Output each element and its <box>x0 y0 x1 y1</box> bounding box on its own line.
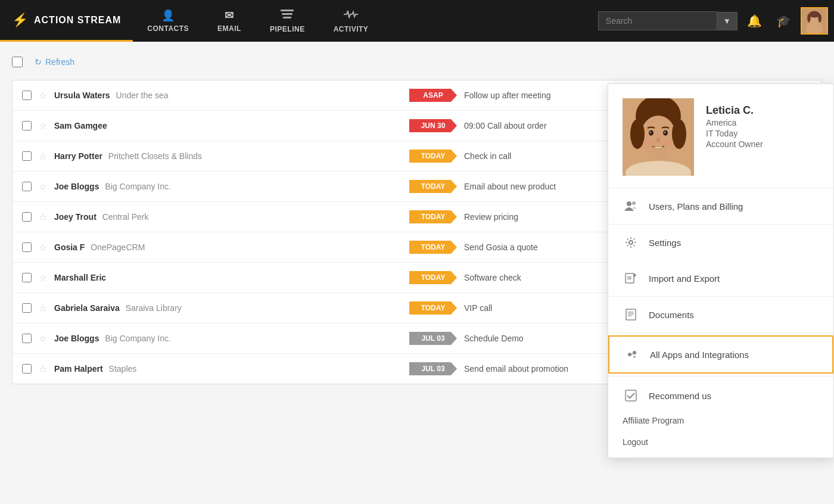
star-icon[interactable]: ☆ <box>39 151 47 162</box>
menu-item-recommend[interactable]: Recommend us <box>608 381 833 410</box>
search-input[interactable] <box>598 11 717 30</box>
row-checkbox[interactable] <box>22 91 32 100</box>
brand-name: ACTION STREAM <box>34 15 121 26</box>
star-icon[interactable]: ☆ <box>39 242 47 253</box>
menu-bottom-section: Recommend us Affiliate Program Logout <box>608 377 833 458</box>
gear-icon <box>623 234 639 251</box>
contact-name[interactable]: Joe Bloggs <box>54 182 99 191</box>
contact-company: Pritchett Closets & Blinds <box>108 151 202 161</box>
row-checkbox[interactable] <box>22 273 32 282</box>
svg-line-36 <box>631 354 633 354</box>
main-content: ↻ Refresh ☆ Ursula Waters Under the sea … <box>0 42 834 504</box>
user-company: IT Today <box>706 129 763 138</box>
nav-right: ▼ 🔔 🎓 <box>598 7 834 35</box>
contact-name[interactable]: Sam Gamgee <box>54 121 107 130</box>
top-navigation: ⚡ ACTION STREAM 👤 CONTACTS ✉ EMAIL PIPEL… <box>0 0 834 42</box>
nav-item-pipeline[interactable]: PIPELINE <box>256 0 319 42</box>
star-icon[interactable]: ☆ <box>39 333 47 344</box>
contact-name[interactable]: Pam Halpert <box>54 364 103 374</box>
user-avatar-button[interactable] <box>801 7 828 35</box>
menu-item-affiliate[interactable]: Affiliate Program <box>608 410 833 431</box>
row-checkbox[interactable] <box>22 121 32 130</box>
menu-primary-section: Users, Plans and Billing <box>608 188 833 225</box>
action-badge: TODAY <box>409 180 457 193</box>
user-dropdown-menu: Leticia C. America IT Today Account Owne… <box>608 83 834 458</box>
menu-item-import-export[interactable]: Import and Export <box>608 260 833 296</box>
brand-logo[interactable]: ⚡ ACTION STREAM <box>0 0 133 42</box>
action-badge: TODAY <box>409 210 457 223</box>
contacts-label: CONTACTS <box>147 24 189 33</box>
contact-name[interactable]: Gosia F <box>54 242 85 252</box>
contact-name[interactable]: Joey Trout <box>54 212 97 222</box>
svg-point-18 <box>656 138 660 142</box>
logout-label: Logout <box>623 437 648 447</box>
users-plans-label: Users, Plans and Billing <box>649 201 743 211</box>
refresh-icon: ↻ <box>35 57 42 67</box>
menu-item-settings[interactable]: Settings <box>608 225 833 260</box>
all-apps-label: All Apps and Integrations <box>650 350 749 360</box>
apps-icon <box>624 346 640 363</box>
menu-apps-section: All Apps and Integrations <box>608 335 833 377</box>
user-profile-section: Leticia C. America IT Today Account Owne… <box>608 84 833 188</box>
star-icon[interactable]: ☆ <box>39 303 47 314</box>
star-icon[interactable]: ☆ <box>39 363 47 375</box>
menu-item-logout[interactable]: Logout <box>608 431 833 453</box>
nav-item-activity[interactable]: ACTIVITY <box>319 0 383 42</box>
bell-icon: 🔔 <box>747 14 762 27</box>
row-checkbox[interactable] <box>22 212 32 222</box>
menu-docs-section: Documents <box>608 297 833 333</box>
user-avatar <box>623 98 694 176</box>
action-badge: JUL 03 <box>409 362 457 375</box>
help-button[interactable]: 🎓 <box>771 9 796 33</box>
refresh-button[interactable]: ↻ Refresh <box>29 54 80 70</box>
menu-item-documents[interactable]: Documents <box>608 297 833 332</box>
star-icon[interactable]: ☆ <box>39 181 47 192</box>
toolbar: ↻ Refresh <box>12 54 822 70</box>
contact-name[interactable]: Ursula Waters <box>54 91 110 100</box>
svg-rect-26 <box>626 273 634 283</box>
contact-name[interactable]: Gabriela Saraiva <box>54 303 120 313</box>
row-checkbox[interactable] <box>22 364 32 374</box>
svg-point-19 <box>630 119 645 149</box>
star-icon[interactable]: ☆ <box>39 211 47 223</box>
action-badge: TODAY <box>409 301 457 315</box>
contact-info: Ursula Waters Under the sea <box>54 91 402 100</box>
contact-info: Sam Gamgee <box>54 121 402 130</box>
contact-info: Joe Bloggs Big Company Inc. <box>54 182 402 191</box>
contact-name[interactable]: Marshall Eric <box>54 273 106 282</box>
contact-info: Gabriela Saraiva Saraiva Library <box>54 303 402 313</box>
contact-name[interactable]: Joe Bloggs <box>54 334 99 343</box>
star-icon[interactable]: ☆ <box>39 90 47 101</box>
svg-point-20 <box>672 119 686 149</box>
notifications-button[interactable]: 🔔 <box>742 9 767 33</box>
import-export-icon <box>623 270 639 287</box>
contact-info: Joey Trout Central Perk <box>54 212 402 222</box>
svg-rect-1 <box>282 13 292 15</box>
contact-name[interactable]: Harry Potter <box>54 151 102 161</box>
pipeline-label: PIPELINE <box>270 25 305 33</box>
svg-rect-29 <box>626 309 636 320</box>
row-checkbox[interactable] <box>22 334 32 343</box>
action-badge: TODAY <box>409 241 457 254</box>
svg-point-21 <box>643 139 652 145</box>
svg-point-33 <box>628 353 631 356</box>
nav-item-email[interactable]: ✉ EMAIL <box>203 0 256 42</box>
svg-point-16 <box>650 132 652 133</box>
row-checkbox[interactable] <box>22 303 32 313</box>
settings-label: Settings <box>649 238 681 248</box>
svg-point-7 <box>807 14 810 23</box>
contact-company: Big Company Inc. <box>105 182 171 191</box>
row-checkbox[interactable] <box>22 182 32 191</box>
menu-item-users-plans[interactable]: Users, Plans and Billing <box>608 188 833 224</box>
svg-point-34 <box>633 351 636 354</box>
select-all-checkbox[interactable] <box>12 57 23 67</box>
brand-icon: ⚡ <box>12 13 28 28</box>
search-dropdown-button[interactable]: ▼ <box>717 12 737 30</box>
star-icon[interactable]: ☆ <box>39 120 47 132</box>
row-checkbox[interactable] <box>22 242 32 252</box>
menu-item-all-apps[interactable]: All Apps and Integrations <box>608 335 833 374</box>
nav-item-contacts[interactable]: 👤 CONTACTS <box>133 0 203 42</box>
contacts-icon: 👤 <box>161 9 175 22</box>
star-icon[interactable]: ☆ <box>39 272 47 284</box>
row-checkbox[interactable] <box>22 151 32 161</box>
